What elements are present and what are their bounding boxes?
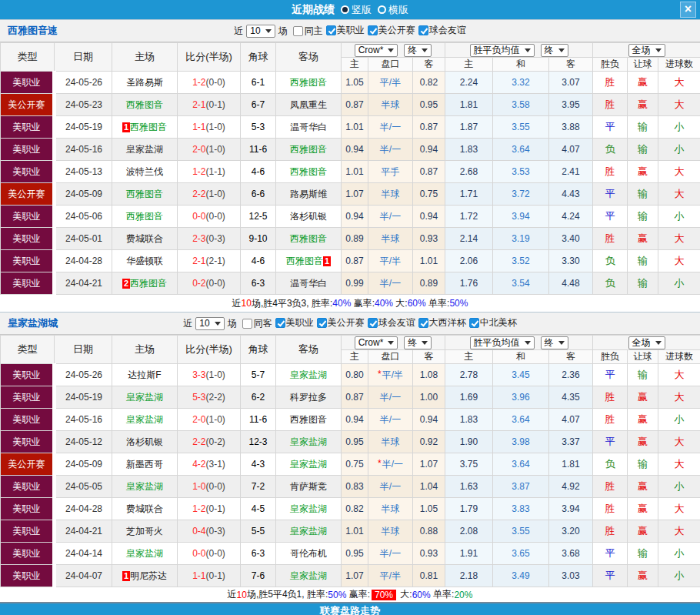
date-cell: 24-04-28	[55, 250, 112, 272]
league-checkbox[interactable]	[317, 318, 327, 328]
away-odds-cell: 0.94	[413, 206, 445, 228]
match-count-select[interactable]: 10	[246, 25, 275, 38]
handicap-cell: 平/半	[368, 250, 413, 272]
full-time-score: 1-2	[192, 77, 205, 88]
half-time-score: (1-0)	[206, 122, 225, 132]
home-odds-cell: 0.80	[342, 364, 368, 386]
match-count-select[interactable]: 10	[195, 317, 224, 330]
match-row: 美职业24-05-16皇家盐湖2-0(1-0)11-6西雅图音0.94半/一0.…	[1, 409, 700, 431]
corner-cell: 11-6	[241, 409, 276, 431]
same-venue-label[interactable]: 同主	[305, 25, 323, 38]
away-odds-cell: 1.01	[413, 250, 445, 272]
league-type-cell: 美职业	[1, 409, 55, 431]
summary-segment: 场,胜4平3负3, 胜率:	[252, 297, 332, 310]
home-odds-cell: 0.89	[342, 228, 368, 250]
red-card-badge: 1	[323, 256, 331, 266]
home-odds-cell: 1.05	[342, 72, 368, 94]
league-checkbox[interactable]	[469, 318, 479, 328]
chevron-down-icon	[558, 48, 565, 52]
result-cell: 胜	[593, 72, 628, 94]
away-odds-cell: 0.82	[413, 72, 445, 94]
handicap-text: 半/一	[380, 481, 401, 492]
away-odds-cell: 0.87	[413, 161, 445, 183]
full-time-score: 0-0	[192, 548, 205, 559]
league-label[interactable]: 大西洋杯	[429, 316, 466, 329]
league-label[interactable]: 美职业	[286, 316, 314, 329]
avg-final-select[interactable]: 终	[541, 44, 568, 57]
home-team-cell: 皇家盐湖	[112, 476, 178, 498]
league-checkbox[interactable]	[275, 318, 285, 328]
team-name: 皇家盐湖	[126, 414, 163, 425]
half-time-score: (0-1)	[206, 99, 225, 110]
league-checkbox[interactable]	[368, 25, 378, 35]
red-card-badge: 1	[122, 122, 130, 132]
home-odds-cell: 1.07	[342, 565, 368, 587]
same-venue-label[interactable]: 同客	[254, 317, 272, 330]
avg-draw-cell: 3.72	[493, 183, 549, 206]
league-label[interactable]: 球会友谊	[429, 24, 466, 37]
avg-home-cell: 1.83	[445, 139, 493, 161]
goals-result-cell: 小	[658, 565, 700, 587]
avg-final-select[interactable]: 终	[541, 336, 568, 349]
league-type-cell: 美职业	[1, 228, 55, 250]
same-venue-checkbox[interactable]	[242, 319, 252, 329]
corner-cell: 6-3	[241, 543, 276, 565]
close-icon[interactable]: ×	[680, 2, 696, 18]
half-time-score: (0-2)	[206, 436, 225, 447]
league-checkbox[interactable]	[368, 318, 378, 328]
avg-draw-cell: 3.65	[493, 543, 549, 565]
chevron-down-icon	[422, 48, 428, 52]
score-cell: 2-0(1-0)	[178, 409, 241, 431]
scope-select[interactable]: 全场	[628, 336, 665, 349]
team-name: 明尼苏达	[130, 570, 167, 581]
unit-label: 场	[278, 25, 288, 38]
corner-cell: 6-6	[241, 183, 276, 206]
league-checkbox[interactable]	[418, 25, 428, 35]
match-row: 美公开赛24-05-09西雅图音2-2(1-0)6-6路易斯维1.07半球0.7…	[1, 183, 700, 206]
col-home: 主场	[112, 43, 178, 72]
league-checkbox[interactable]	[326, 25, 336, 35]
chevron-down-icon	[655, 48, 662, 52]
league-label[interactable]: 美公开赛	[378, 24, 415, 37]
same-venue-checkbox[interactable]	[293, 26, 303, 36]
scope-select[interactable]: 全场	[628, 44, 665, 57]
avg-odds-select[interactable]: 胜平负均值	[470, 44, 535, 57]
avg-home-cell: 3.75	[445, 453, 493, 476]
league-trend-button[interactable]: 联赛盘路走势	[0, 602, 700, 615]
league-checkbox[interactable]	[418, 318, 428, 328]
radio-horizontal-layout[interactable]	[378, 5, 386, 14]
handicap-text: 平/半	[380, 77, 401, 88]
goals-result-cell: 大	[658, 72, 700, 94]
match-row: 美公开赛24-05-23西雅图音2-1(0-1)6-7凤凰重生0.87半球0.9…	[1, 94, 700, 116]
match-row: 美职业24-04-212西雅图音0-2(0-0)6-3温哥华白0.99半/一0.…	[1, 272, 700, 295]
score-cell: 0-0(0-0)	[178, 543, 241, 565]
home-team-cell: 华盛顿联	[112, 250, 178, 272]
avg-draw-cell: 3.54	[493, 272, 549, 295]
avg-odds-select[interactable]: 胜平负均值	[470, 336, 535, 349]
radio-horizontal-label[interactable]: 横版	[388, 3, 408, 17]
home-team-cell: 1西雅图音	[112, 116, 178, 139]
avg-home-cell: 1.83	[445, 409, 493, 431]
radio-vertical-layout[interactable]	[341, 5, 349, 14]
crow-odds-select[interactable]: Crow*	[355, 44, 398, 57]
league-label[interactable]: 美公开赛	[328, 316, 365, 329]
date-cell: 24-05-19	[55, 386, 112, 409]
avg-home-cell: 1.87	[445, 116, 493, 139]
avg-draw-cell: 3.64	[493, 409, 549, 431]
crow-odds-select[interactable]: Crow*	[355, 336, 398, 349]
corner-cell: 4-5	[241, 498, 276, 520]
avg-away-cell: 4.48	[549, 272, 593, 295]
league-label[interactable]: 中北美杯	[480, 316, 517, 329]
league-type-cell: 美职业	[1, 139, 55, 161]
avg-draw-cell: 3.94	[493, 206, 549, 228]
crow-final-select[interactable]: 终	[404, 44, 432, 57]
crow-final-select[interactable]: 终	[404, 336, 432, 349]
league-label[interactable]: 球会友谊	[378, 316, 415, 329]
league-label[interactable]: 美职业	[337, 24, 365, 37]
result-cell: 胜	[593, 498, 628, 520]
avg-draw-cell: 3.96	[493, 386, 549, 409]
radio-vertical-label[interactable]: 竖版	[352, 3, 372, 17]
avg-away-cell: 4.35	[549, 386, 593, 409]
home-odds-cell: 0.99	[342, 272, 368, 295]
team-name: 波特兰伐	[126, 166, 163, 177]
